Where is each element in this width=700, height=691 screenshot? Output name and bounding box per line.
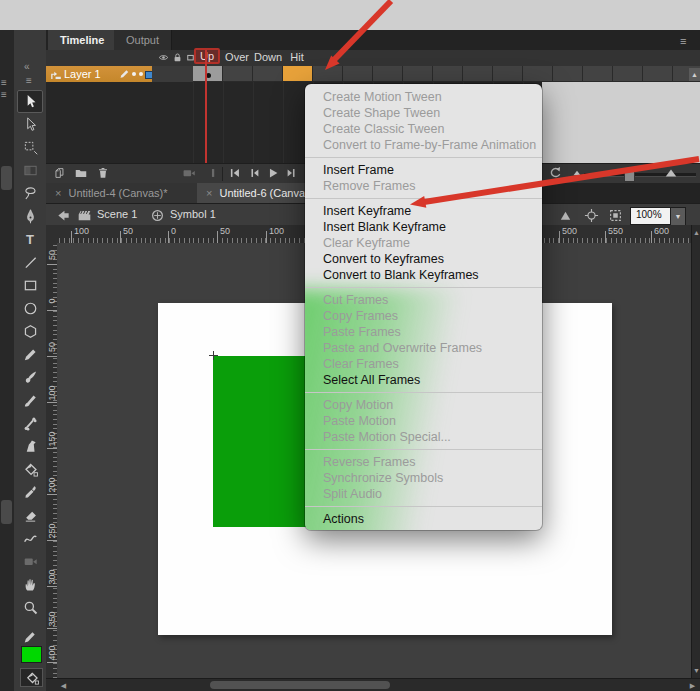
frame-cell[interactable] <box>313 66 343 82</box>
menu-item-convert-to-keyframes[interactable]: Convert to Keyframes <box>305 251 542 267</box>
clip-content-icon[interactable] <box>608 208 623 223</box>
frame-label-down[interactable]: Down <box>254 51 282 63</box>
frame-cell[interactable] <box>613 66 643 82</box>
close-tab-icon[interactable]: × <box>206 187 212 199</box>
delete-layer-icon[interactable] <box>96 166 110 180</box>
collapsed-panel-tab[interactable] <box>1 166 12 190</box>
paint-bucket-tool-icon[interactable] <box>17 458 43 481</box>
width-tool-icon[interactable] <box>17 527 43 550</box>
menu-item-reverse-frames[interactable]: Reverse Frames <box>305 454 542 470</box>
subselection-tool-icon[interactable] <box>17 113 43 136</box>
zoom-in-timeline-icon[interactable] <box>664 166 678 180</box>
menu-item-convert-to-blank-keyframes[interactable]: Convert to Blank Keyframes <box>305 267 542 283</box>
menu-item-clear-frames[interactable]: Clear Frames <box>305 356 542 372</box>
menu-item-select-all-frames[interactable]: Select All Frames <box>305 372 542 388</box>
keyframe-cell[interactable] <box>193 66 223 82</box>
timeline-zoom-slider-track[interactable] <box>584 173 696 177</box>
frame-cell[interactable] <box>583 66 613 82</box>
horizontal-scrollbar[interactable]: ◀ ▶ <box>46 678 700 691</box>
pencil-tool-icon[interactable] <box>17 343 43 366</box>
menu-item-split-audio[interactable]: Split Audio <box>305 486 542 502</box>
scroll-left-icon[interactable]: ◀ <box>58 680 69 691</box>
show-hide-all-layers-icon[interactable] <box>158 52 169 63</box>
pen-tool-icon[interactable] <box>17 205 43 228</box>
frame-cell[interactable] <box>463 66 493 82</box>
center-stage-crosshair-icon[interactable] <box>584 208 599 223</box>
menu-item-insert-blank-keyframe[interactable]: Insert Blank Keyframe <box>305 219 542 235</box>
menu-item-paste-and-overwrite-frames[interactable]: Paste and Overwrite Frames <box>305 340 542 356</box>
step-back-icon[interactable] <box>247 166 261 180</box>
menu-item-insert-frame[interactable]: Insert Frame <box>305 162 542 178</box>
ink-bottle-tool-icon[interactable] <box>17 435 43 458</box>
marker-icon[interactable] <box>206 166 220 180</box>
timeline-panel-menu-icon[interactable]: ≡ <box>680 35 686 47</box>
undo-loop-icon[interactable] <box>548 166 562 180</box>
document-tab-untitled-4-canvas[interactable]: ×Untitled-4 (Canvas)* <box>46 183 198 203</box>
bone-tool-icon[interactable] <box>17 412 43 435</box>
layer-lock-dot[interactable] <box>139 72 143 76</box>
frame-cell[interactable] <box>253 66 283 82</box>
edit-symbols-icon[interactable] <box>558 208 573 223</box>
menu-item-clear-keyframe[interactable]: Clear Keyframe <box>305 235 542 251</box>
polystar-tool-icon[interactable] <box>17 320 43 343</box>
menu-item-create-classic-tween[interactable]: Create Classic Tween <box>305 121 542 137</box>
eyedropper-tool-icon[interactable] <box>17 481 43 504</box>
lasso-tool-icon[interactable] <box>17 182 43 205</box>
new-layer-icon[interactable] <box>52 166 66 180</box>
text-tool-icon[interactable]: T <box>17 228 43 251</box>
zoom-out-timeline-icon[interactable] <box>570 166 584 180</box>
menu-item-convert-to-frame-by-frame-animation[interactable]: Convert to Frame-by-Frame Animation <box>305 137 542 153</box>
frame-cell[interactable] <box>523 66 553 82</box>
frame-cell[interactable] <box>493 66 523 82</box>
frame-cell[interactable] <box>373 66 403 82</box>
menu-item-paste-frames[interactable]: Paste Frames <box>305 324 542 340</box>
panel-menu-icon[interactable]: ≡ <box>26 75 32 86</box>
menu-item-create-motion-tween[interactable]: Create Motion Tween <box>305 89 542 105</box>
frame-label-up[interactable]: Up <box>194 48 220 64</box>
timeline-zoom-slider-handle[interactable] <box>624 169 635 182</box>
new-folder-icon[interactable] <box>74 166 88 180</box>
green-rectangle-shape[interactable] <box>213 356 311 527</box>
step-forward-icon[interactable] <box>285 166 299 180</box>
panel-menu-icon[interactable]: ≡ <box>1 78 7 88</box>
menu-item-paste-motion[interactable]: Paste Motion <box>305 413 542 429</box>
scroll-up-icon[interactable]: ▲ <box>691 227 700 238</box>
menu-item-copy-motion[interactable]: Copy Motion <box>305 397 542 413</box>
symbol-breadcrumb[interactable]: Symbol 1 <box>170 208 216 220</box>
paint-brush-tool-icon[interactable] <box>17 389 43 412</box>
tab-timeline[interactable]: Timeline <box>48 30 117 50</box>
zoom-dropdown-arrow-icon[interactable]: ▼ <box>670 207 686 226</box>
frame-cell[interactable] <box>403 66 433 82</box>
frame-cell[interactable] <box>433 66 463 82</box>
scene-breadcrumb[interactable]: Scene 1 <box>97 208 137 220</box>
rectangle-tool-icon[interactable] <box>17 274 43 297</box>
playhead[interactable] <box>205 50 207 163</box>
line-tool-icon[interactable] <box>17 251 43 274</box>
menu-item-cut-frames[interactable]: Cut Frames <box>305 292 542 308</box>
panel-menu-icon[interactable]: ≡ <box>1 90 7 100</box>
layer-item[interactable]: Layer 1 <box>46 66 152 82</box>
frame-cell[interactable] <box>553 66 583 82</box>
lock-all-layers-icon[interactable] <box>172 52 183 63</box>
collapse-panel-icon[interactable]: « <box>24 61 30 72</box>
camera-tool-icon[interactable] <box>17 550 43 573</box>
tab-output[interactable]: Output <box>114 30 172 50</box>
gradient-transform-tool-icon[interactable] <box>17 159 43 182</box>
menu-item-create-shape-tween[interactable]: Create Shape Tween <box>305 105 542 121</box>
close-tab-icon[interactable]: × <box>55 187 61 199</box>
back-arrow-icon[interactable] <box>56 208 71 223</box>
frame-cell[interactable] <box>343 66 373 82</box>
go-to-first-frame-icon[interactable] <box>228 166 242 180</box>
vertical-scrollbar[interactable]: ▲ ▼ <box>691 225 700 678</box>
frames-scrollbar-up-icon[interactable]: ▲ <box>689 68 700 81</box>
free-transform-tool-icon[interactable] <box>17 136 43 159</box>
menu-item-remove-frames[interactable]: Remove Frames <box>305 178 542 194</box>
menu-item-copy-frames[interactable]: Copy Frames <box>305 308 542 324</box>
eraser-tool-icon[interactable] <box>17 504 43 527</box>
frame-label-hit[interactable]: Hit <box>290 51 303 63</box>
zoom-tool-icon[interactable] <box>17 596 43 619</box>
stroke-color-swatch[interactable] <box>21 646 42 663</box>
menu-item-actions[interactable]: Actions <box>305 511 542 527</box>
frame-cell[interactable] <box>223 66 253 82</box>
frame-cell[interactable] <box>643 66 673 82</box>
